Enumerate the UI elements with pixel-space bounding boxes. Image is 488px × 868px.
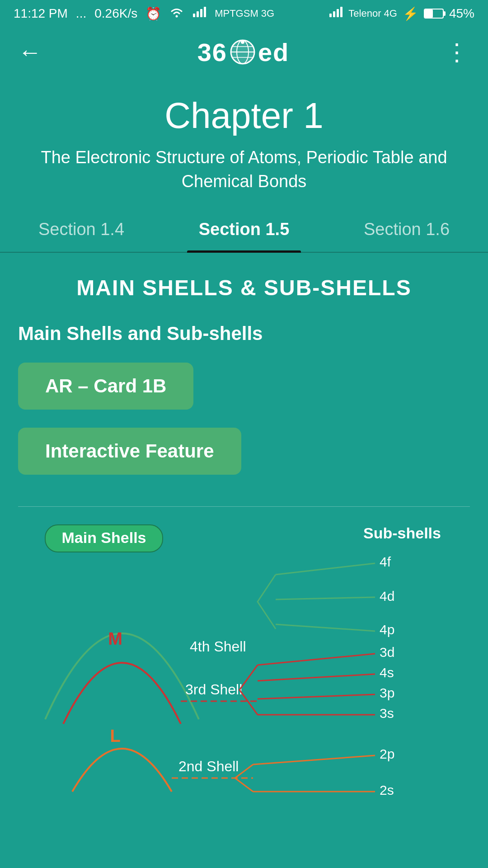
subshell-4p-label: 4p	[380, 622, 394, 637]
status-dots: ...	[76, 6, 86, 21]
svg-point-0	[176, 15, 178, 17]
logo-globe-icon	[229, 38, 256, 66]
subshell-2p-line	[253, 755, 375, 764]
app-logo: 36 ed	[197, 38, 290, 67]
subshell-3p-label: 3p	[380, 685, 394, 700]
svg-rect-6	[333, 11, 335, 17]
battery-pct: 45%	[449, 6, 474, 21]
subshell-4d-label: 4d	[380, 589, 394, 604]
svg-rect-4	[204, 7, 206, 17]
2nd-shell-label: 2nd Shell	[178, 758, 239, 774]
2nd-shell-arc	[72, 749, 172, 792]
time-display: 11:12 PM	[14, 6, 68, 21]
svg-rect-1	[193, 14, 195, 17]
subshell-3p-line	[258, 694, 375, 699]
svg-rect-5	[329, 14, 332, 17]
svg-rect-7	[337, 9, 339, 17]
subshell-4p-line	[276, 624, 375, 631]
4th-shell-chevron	[258, 575, 276, 629]
tabs-container: Section 1.4 Section 1.5 Section 1.6	[0, 207, 488, 253]
subshell-4f-line	[276, 563, 375, 575]
chapter-header: Chapter 1 The Electronic Structure of At…	[0, 77, 488, 207]
signal1-label	[192, 6, 206, 21]
more-menu-button[interactable]: ⋮	[445, 40, 470, 64]
tab-section-1-5[interactable]: Section 1.5	[163, 207, 325, 252]
3rd-shell-label: 3rd Shell	[185, 681, 242, 698]
back-button[interactable]: ←	[18, 40, 42, 64]
subshell-4s-line	[258, 674, 375, 681]
shells-diagram: Main Shells Sub-shells 4th Shell 4f 4d 4…	[18, 506, 470, 839]
4th-shell-label: 4th Shell	[190, 638, 246, 655]
subshell-3d-label: 3d	[380, 645, 394, 660]
main-shells-label: Main Shells	[61, 529, 146, 546]
tab-section-1-6[interactable]: Section 1.6	[325, 207, 488, 252]
ar-card-button[interactable]: AR – Card 1B	[18, 363, 193, 410]
subshell-3d-line	[258, 654, 375, 665]
svg-rect-8	[340, 7, 343, 17]
shells-diagram-svg: Main Shells Sub-shells 4th Shell 4f 4d 4…	[18, 511, 470, 828]
subshell-3s-label: 3s	[380, 706, 394, 721]
app-bar: ← 36 ed ⋮	[0, 27, 488, 77]
svg-rect-3	[200, 9, 202, 17]
status-right: Telenor 4G ⚡ 45%	[328, 6, 474, 21]
subshell-2p-label: 2p	[380, 746, 394, 761]
logo-text-pre: 36	[197, 38, 227, 67]
logo-text-post: ed	[258, 38, 289, 67]
3rd-shell-arc	[63, 663, 181, 724]
wifi-icon	[169, 6, 184, 21]
status-bar: 11:12 PM ... 0.26K/s ⏰ MPTGSM 3G	[0, 0, 488, 27]
content-area: MAIN SHELLS & SUB-SHELLS Main Shells and…	[0, 253, 488, 857]
subshell-2s-label: 2s	[380, 783, 394, 797]
mptgsm-label: MPTGSM 3G	[215, 8, 274, 19]
tab-section-1-4[interactable]: Section 1.4	[0, 207, 163, 252]
alarm-icon: ⏰	[145, 6, 161, 21]
network-speed: 0.26K/s	[94, 6, 137, 21]
interactive-feature-button[interactable]: Interactive Feature	[18, 428, 241, 475]
signal2-label	[328, 6, 343, 21]
subshell-4d-line	[276, 597, 375, 599]
status-left: 11:12 PM ... 0.26K/s ⏰ MPTGSM 3G	[14, 6, 274, 21]
battery-icon	[424, 9, 444, 19]
subshell-4f-label: 4f	[380, 554, 391, 569]
l-shell-label: L	[110, 726, 120, 745]
chapter-subtitle: The Electronic Structure of Atoms, Perio…	[18, 146, 470, 193]
chapter-title: Chapter 1	[18, 95, 470, 137]
subshell-4s-label: 4s	[380, 665, 394, 680]
section-main-heading: MAIN SHELLS & SUB-SHELLS	[18, 275, 470, 300]
charging-icon: ⚡	[403, 6, 418, 21]
action-buttons: AR – Card 1B Interactive Feature	[18, 363, 470, 493]
svg-point-14	[241, 40, 244, 44]
sub-shells-label: Sub-shells	[363, 524, 441, 542]
m-shell-label: M	[108, 629, 122, 648]
svg-rect-2	[197, 11, 199, 17]
telenor-label: Telenor 4G	[348, 8, 397, 19]
subsection-title: Main Shells and Sub-shells	[18, 323, 470, 344]
